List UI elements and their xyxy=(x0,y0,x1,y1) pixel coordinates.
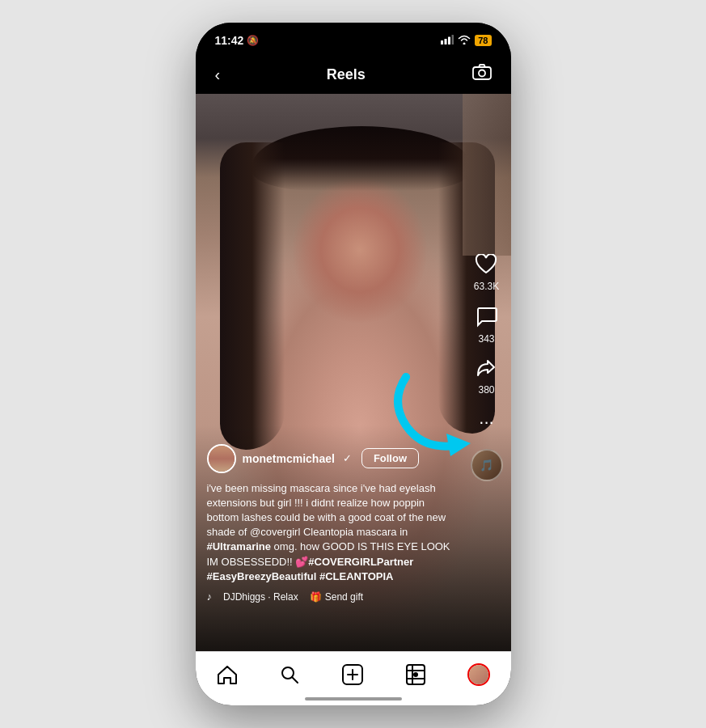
nav-create[interactable] xyxy=(332,660,374,689)
video-container[interactable]: 63.3K 343 380 xyxy=(196,94,511,651)
comment-count: 343 xyxy=(478,333,494,345)
gift-icon: 🎁 xyxy=(310,591,322,603)
caption-text: i've been missing mascara since i've had… xyxy=(207,481,451,584)
user-row: monetmcmichael ✓ Follow xyxy=(207,444,451,473)
status-right: 78 xyxy=(441,34,491,47)
heart-icon xyxy=(475,254,497,278)
svg-line-8 xyxy=(292,677,298,683)
home-icon xyxy=(217,665,238,684)
create-icon xyxy=(341,663,364,686)
status-bar: 11:42 🔕 xyxy=(196,23,511,53)
time-display: 11:42 xyxy=(215,34,244,47)
music-note-icon: ♪ xyxy=(207,590,213,603)
more-button[interactable]: ··· xyxy=(476,408,497,436)
action-buttons: 63.3K 343 380 xyxy=(471,254,503,481)
back-button[interactable]: ‹ xyxy=(212,62,224,87)
svg-point-5 xyxy=(479,70,485,77)
more-icon: ··· xyxy=(476,408,497,436)
status-left: 11:42 🔕 xyxy=(215,34,260,47)
hashtag-cleantopia[interactable]: #CLEANTOPIA xyxy=(319,570,394,582)
comment-icon xyxy=(476,305,498,331)
username[interactable]: monetmcmichael xyxy=(243,452,335,465)
phone-frame: 11:42 🔕 xyxy=(196,23,511,705)
mute-icon: 🔕 xyxy=(247,35,259,46)
follow-button[interactable]: Follow xyxy=(361,448,419,468)
content-overlay: monetmcmichael ✓ Follow i've been missin… xyxy=(196,444,463,603)
like-count: 63.3K xyxy=(474,281,499,292)
hair-left xyxy=(220,142,285,450)
svg-rect-0 xyxy=(441,40,443,44)
music-info[interactable]: DJDhiggs · Relax xyxy=(223,591,298,603)
reels-icon xyxy=(406,664,425,685)
nav-search[interactable] xyxy=(270,662,309,688)
camera-button[interactable] xyxy=(469,60,495,89)
home-indicator xyxy=(305,697,402,700)
hashtag-ultramarine[interactable]: #Ultramarine xyxy=(207,540,271,552)
nav-reels[interactable] xyxy=(396,661,435,688)
svg-rect-2 xyxy=(448,37,450,45)
background-door xyxy=(463,94,511,256)
battery-indicator: 78 xyxy=(475,35,491,46)
album-cover: 🎵 xyxy=(471,449,503,481)
comment-button[interactable]: 343 xyxy=(476,305,498,345)
bottom-navigation xyxy=(196,651,511,705)
nav-profile[interactable] xyxy=(458,660,500,689)
page-title: Reels xyxy=(327,66,366,83)
send-gift-label: Send gift xyxy=(325,591,363,603)
share-icon xyxy=(476,358,497,382)
svg-rect-3 xyxy=(452,35,454,44)
signal-icon xyxy=(441,34,454,47)
music-row: ♪ DJDhiggs · Relax 🎁 Send gift xyxy=(207,590,451,603)
svg-rect-4 xyxy=(473,67,491,79)
avatar-image xyxy=(209,446,235,472)
verified-badge: ✓ xyxy=(343,452,352,464)
send-gift-button[interactable]: 🎁 Send gift xyxy=(310,591,363,603)
share-count: 380 xyxy=(478,384,494,396)
nav-home[interactable] xyxy=(207,662,247,688)
like-button[interactable]: 63.3K xyxy=(474,254,499,292)
hashtag-easy[interactable]: #EasyBreezyBeautiful xyxy=(207,570,317,582)
profile-nav-image xyxy=(469,665,488,684)
avatar[interactable] xyxy=(207,444,236,473)
profile-nav-avatar xyxy=(467,663,490,686)
album-button[interactable]: 🎵 xyxy=(471,449,503,481)
phone-content: 11:42 🔕 xyxy=(196,23,511,705)
svg-point-16 xyxy=(413,672,418,677)
search-icon xyxy=(280,665,299,684)
share-button[interactable]: 380 xyxy=(476,358,497,396)
svg-rect-1 xyxy=(445,39,447,44)
hashtag-covergirl[interactable]: #COVERGIRLPartner xyxy=(308,556,413,568)
navigation-bar: ‹ Reels xyxy=(196,53,511,94)
wifi-icon xyxy=(458,34,471,47)
